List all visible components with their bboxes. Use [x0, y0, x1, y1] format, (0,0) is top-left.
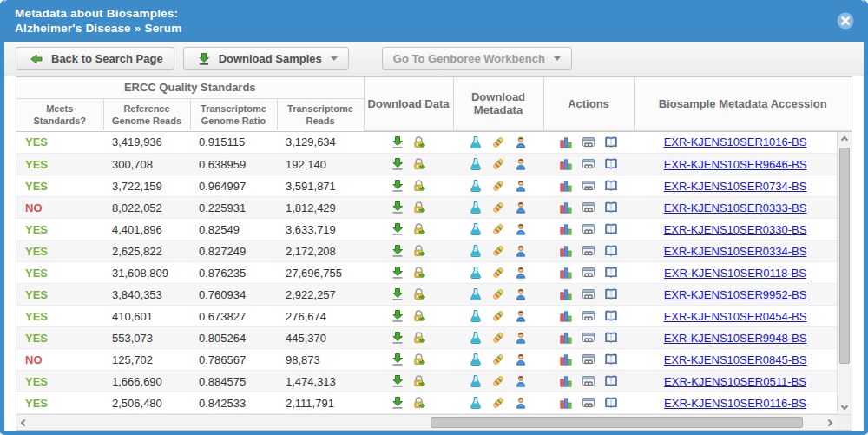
- accession-link[interactable]: EXR-KJENS10SER0845-BS: [664, 353, 807, 366]
- download-file-icon[interactable]: [391, 266, 404, 280]
- accession-link[interactable]: EXR-KJENS10SER0734-BS: [664, 180, 807, 193]
- vertical-scrollbar[interactable]: [837, 132, 852, 415]
- accession-link[interactable]: EXR-KJENS10SER9952-BS: [664, 288, 807, 301]
- column-actions[interactable]: Actions: [543, 77, 634, 130]
- dna-icon[interactable]: [491, 179, 505, 193]
- go-to-genboree-workbench-button[interactable]: Go To Genboree Workbench: [382, 47, 572, 70]
- dna-icon[interactable]: [491, 157, 505, 171]
- column-group-ercc[interactable]: ERCC Quality Standards: [16, 77, 364, 98]
- scroll-left-arrow-icon[interactable]: [16, 415, 30, 430]
- bar-chart-icon[interactable]: [559, 135, 573, 149]
- download-file-icon[interactable]: [391, 135, 404, 149]
- flask-icon[interactable]: [469, 179, 483, 193]
- scroll-up-arrow-icon[interactable]: [838, 132, 852, 146]
- link-window-icon[interactable]: [582, 266, 595, 280]
- download-file-icon[interactable]: [391, 353, 404, 366]
- flask-icon[interactable]: [469, 374, 483, 388]
- link-window-icon[interactable]: [582, 309, 595, 323]
- link-window-icon[interactable]: [582, 287, 595, 301]
- unlock-download-icon[interactable]: [412, 374, 426, 388]
- dna-icon[interactable]: [491, 266, 505, 280]
- open-book-icon[interactable]: [604, 396, 618, 410]
- table-row[interactable]: YES 300,708 0.638959 192,140: [16, 154, 837, 175]
- download-file-icon[interactable]: [391, 287, 404, 301]
- table-row[interactable]: YES 31,608,809 0.876235 27,696,755: [16, 262, 837, 284]
- person-icon[interactable]: [514, 157, 528, 171]
- person-icon[interactable]: [514, 179, 528, 193]
- dna-icon[interactable]: [491, 331, 505, 345]
- bar-chart-icon[interactable]: [559, 266, 573, 280]
- bar-chart-icon[interactable]: [559, 396, 573, 410]
- vertical-scrollbar-thumb[interactable]: [839, 148, 850, 364]
- flask-icon[interactable]: [469, 287, 483, 301]
- column-transcriptome-genome-ratio[interactable]: Transcriptome Genome Ratio: [190, 98, 277, 130]
- download-samples-button[interactable]: Download Samples: [183, 47, 349, 70]
- flask-icon[interactable]: [469, 396, 483, 410]
- bar-chart-icon[interactable]: [559, 201, 573, 214]
- person-icon[interactable]: [514, 135, 528, 149]
- open-book-icon[interactable]: [604, 309, 618, 323]
- flask-icon[interactable]: [469, 331, 483, 345]
- bar-chart-icon[interactable]: [559, 287, 573, 301]
- close-icon[interactable]: [836, 11, 855, 30]
- open-book-icon[interactable]: [604, 331, 618, 345]
- table-row[interactable]: NO 8,022,052 0.225931 1,812,429: [16, 197, 837, 219]
- bar-chart-icon[interactable]: [559, 157, 573, 171]
- dna-icon[interactable]: [491, 201, 505, 214]
- table-row[interactable]: YES 2,506,480 0.842533 2,111,791: [16, 392, 837, 414]
- person-icon[interactable]: [514, 201, 528, 214]
- open-book-icon[interactable]: [604, 222, 618, 236]
- accession-link[interactable]: EXR-KJENS10SER0118-BS: [664, 267, 806, 280]
- column-transcriptome-reads[interactable]: Transcriptome Reads: [277, 98, 364, 130]
- download-file-icon[interactable]: [391, 157, 404, 171]
- accession-link[interactable]: EXR-KJENS10SER9948-BS: [664, 332, 807, 345]
- unlock-download-icon[interactable]: [412, 222, 426, 236]
- person-icon[interactable]: [514, 374, 528, 388]
- unlock-download-icon[interactable]: [412, 135, 426, 149]
- flask-icon[interactable]: [469, 266, 483, 280]
- horizontal-scrollbar-thumb[interactable]: [431, 417, 803, 428]
- accession-link[interactable]: EXR-KJENS10SER9646-BS: [664, 158, 807, 171]
- open-book-icon[interactable]: [604, 353, 618, 366]
- download-file-icon[interactable]: [391, 244, 404, 258]
- person-icon[interactable]: [514, 244, 528, 258]
- bar-chart-icon[interactable]: [559, 374, 573, 388]
- flask-icon[interactable]: [469, 353, 483, 366]
- open-book-icon[interactable]: [604, 135, 618, 149]
- scroll-down-arrow-icon[interactable]: [838, 400, 852, 414]
- column-download-data[interactable]: Download Data: [364, 77, 453, 130]
- dna-icon[interactable]: [491, 222, 505, 236]
- table-row[interactable]: YES 553,073 0.805264 445,370: [16, 327, 837, 349]
- column-reference-genome-reads[interactable]: Reference Genome Reads: [103, 98, 190, 130]
- bar-chart-icon[interactable]: [559, 309, 573, 323]
- dna-icon[interactable]: [491, 135, 505, 149]
- bar-chart-icon[interactable]: [559, 331, 573, 345]
- unlock-download-icon[interactable]: [412, 157, 426, 171]
- download-file-icon[interactable]: [391, 201, 404, 214]
- accession-link[interactable]: EXR-KJENS10SER0511-BS: [664, 375, 806, 388]
- link-window-icon[interactable]: [582, 157, 595, 171]
- bar-chart-icon[interactable]: [559, 222, 573, 236]
- flask-icon[interactable]: [469, 201, 483, 214]
- unlock-download-icon[interactable]: [412, 331, 426, 345]
- person-icon[interactable]: [514, 331, 528, 345]
- column-accession[interactable]: Biosample Metadata Accession: [634, 77, 852, 130]
- person-icon[interactable]: [514, 396, 528, 410]
- unlock-download-icon[interactable]: [412, 266, 426, 280]
- person-icon[interactable]: [514, 309, 528, 323]
- link-window-icon[interactable]: [582, 135, 595, 149]
- back-to-search-button[interactable]: Back to Search Page: [16, 47, 174, 70]
- flask-icon[interactable]: [469, 309, 483, 323]
- table-row[interactable]: YES 3,722,159 0.964997 3,591,871: [16, 175, 837, 197]
- column-download-metadata[interactable]: Download Metadata: [453, 77, 543, 130]
- link-window-icon[interactable]: [582, 396, 595, 410]
- open-book-icon[interactable]: [604, 157, 618, 171]
- bar-chart-icon[interactable]: [559, 179, 573, 193]
- accession-link[interactable]: EXR-KJENS10SER0333-BS: [664, 201, 807, 214]
- table-row[interactable]: NO 125,702 0.786567 98,873: [16, 349, 837, 371]
- dna-icon[interactable]: [491, 287, 505, 301]
- dna-icon[interactable]: [491, 244, 505, 258]
- vertical-scrollbar-track[interactable]: [838, 146, 852, 401]
- person-icon[interactable]: [514, 353, 528, 366]
- link-window-icon[interactable]: [582, 353, 595, 366]
